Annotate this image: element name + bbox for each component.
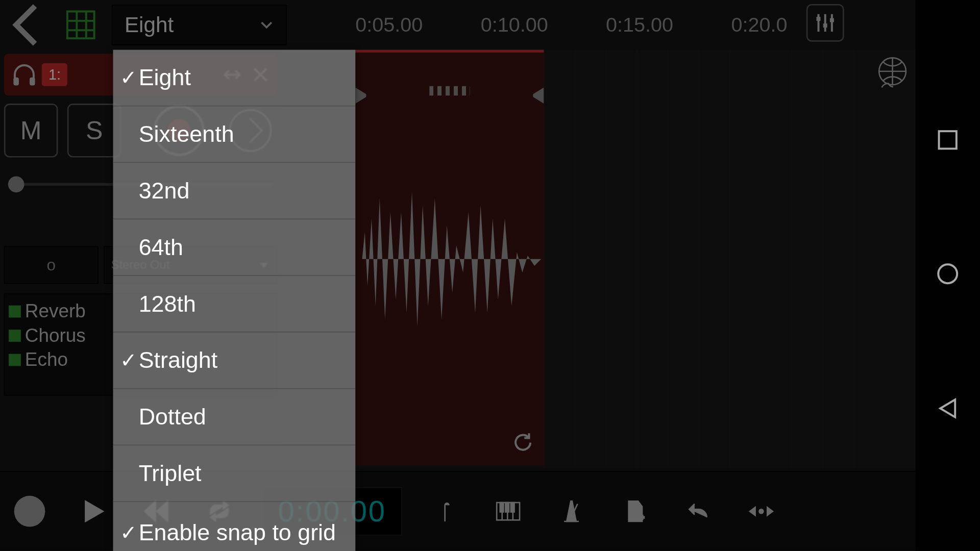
menu-item-label: Dotted [139,404,206,430]
menu-item-label: Straight [139,347,218,373]
nav-recent-button[interactable] [935,127,961,155]
svg-marker-34 [940,399,955,417]
clip-trim-right[interactable] [528,87,544,104]
menu-item-label: Sixteenth [139,121,234,147]
svg-rect-32 [939,131,957,148]
ruler-tick: 0:10.00 [481,13,548,36]
fx-label: Reverb [25,300,86,322]
headphones-icon [11,61,38,88]
menu-item-label: Enable snap to grid [139,519,336,545]
play-button[interactable] [72,491,113,531]
check-icon: ✓ [118,348,139,372]
menu-item-triplet[interactable]: Triplet [113,445,356,502]
track-number: 1: [42,63,68,86]
svg-rect-12 [30,78,35,86]
piano-icon[interactable] [488,491,528,531]
time-ruler[interactable]: 0:05.00 0:10.00 0:15.00 0:20.0 [355,0,837,50]
timeline[interactable] [281,50,917,468]
menu-item-128th[interactable]: 128th [113,276,356,333]
add-track-icon[interactable] [615,491,655,531]
grid-division-dropdown[interactable]: Eight [112,5,287,45]
svg-marker-31 [767,507,773,515]
menu-item-label: Eight [139,65,191,91]
fx-label: Chorus [25,325,86,346]
menu-item-label: 128th [139,291,196,317]
nav-home-button[interactable] [935,261,961,289]
top-toolbar: Eight 0:05.00 0:10.00 0:15.00 0:20.0 [0,0,915,50]
menu-item-64th[interactable]: 64th [113,219,356,276]
menu-item-sixteenth[interactable]: Sixteenth [113,106,356,163]
ruler-tick: 0:20.0 [731,13,787,36]
check-icon: ✓ [118,66,139,89]
svg-rect-11 [13,78,19,86]
share-globe-icon[interactable] [872,54,913,94]
metronome-icon[interactable] [551,491,592,531]
waveform [355,171,544,346]
menu-item-32nd[interactable]: 32nd [113,163,356,219]
back-button[interactable] [0,0,54,50]
svg-rect-8 [823,23,827,28]
mixer-button[interactable] [806,4,844,42]
io-channel-box[interactable]: o [4,246,99,284]
mute-button[interactable]: M [4,104,58,157]
svg-marker-15 [85,501,103,521]
menu-item-straight[interactable]: ✓ Straight [113,332,356,389]
audio-clip[interactable] [355,50,544,466]
record-button[interactable] [9,491,50,531]
svg-point-33 [938,265,957,284]
grid-division-value: Eight [125,12,174,37]
menu-item-dotted[interactable]: Dotted [113,389,356,445]
undo-button[interactable] [678,491,718,531]
svg-rect-24 [511,502,514,511]
menu-item-enable-snap[interactable]: ✓ Enable snap to grid [113,502,356,551]
menu-item-eight[interactable]: ✓ Eight [113,50,356,107]
tuner-icon[interactable] [425,491,465,531]
snap-grid-icon[interactable] [59,7,102,43]
clip-trim-left[interactable] [355,87,372,104]
menu-item-label: Triplet [139,460,202,486]
svg-rect-0 [67,11,94,38]
svg-rect-23 [505,502,509,511]
ruler-tick: 0:15.00 [606,13,673,36]
timeline-grid [544,50,917,468]
svg-point-30 [759,509,763,513]
ruler-tick: 0:05.00 [355,13,423,36]
nav-back-button[interactable] [935,396,961,424]
svg-rect-6 [817,17,821,21]
svg-marker-29 [750,507,755,515]
menu-item-label: 32nd [139,178,190,204]
grid-division-menu: ✓ Eight Sixteenth 32nd 64th 128th ✓ Stra… [113,50,356,551]
app-stage: Eight 0:05.00 0:10.00 0:15.00 0:20.0 1: [0,0,980,551]
svg-rect-10 [830,18,834,22]
chevron-down-icon [259,17,274,32]
fx-label: Echo [25,349,68,370]
android-navbar [915,0,980,551]
svg-rect-22 [500,502,504,511]
clip-grip[interactable] [429,86,470,95]
loop-icon[interactable] [511,431,534,454]
more-icon[interactable] [741,491,781,531]
check-icon: ✓ [118,520,139,544]
menu-item-label: 64th [139,234,183,260]
